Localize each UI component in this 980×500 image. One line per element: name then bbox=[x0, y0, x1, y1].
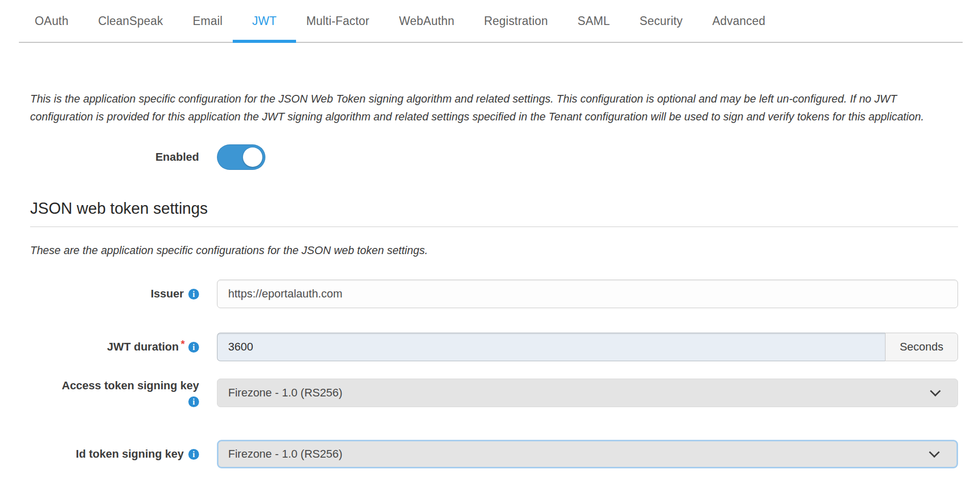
tab-email[interactable]: Email bbox=[193, 0, 223, 42]
info-icon[interactable]: i bbox=[188, 449, 199, 460]
jwt-duration-input-group: Seconds bbox=[217, 333, 958, 361]
issuer-label-cell: Issuer i bbox=[30, 287, 199, 301]
jwt-duration-row: JWT duration * i Seconds bbox=[30, 333, 958, 361]
access-token-key-row: Access token signing key i Firezone - 1.… bbox=[30, 379, 958, 407]
tab-registration[interactable]: Registration bbox=[484, 0, 548, 42]
chevron-down-icon bbox=[929, 447, 940, 458]
settings-tab-bar: OAuth CleanSpeak Email JWT Multi-Factor … bbox=[19, 0, 963, 43]
info-icon[interactable]: i bbox=[188, 342, 199, 353]
access-token-key-select[interactable]: Firezone - 1.0 (RS256) bbox=[217, 379, 958, 407]
id-token-key-selected-value: Firezone - 1.0 (RS256) bbox=[228, 447, 342, 461]
tab-cleanspeak[interactable]: CleanSpeak bbox=[98, 0, 163, 42]
id-token-key-label-cell: Id token signing key i bbox=[30, 447, 199, 461]
id-token-key-label: Id token signing key bbox=[76, 447, 184, 461]
issuer-label: Issuer bbox=[151, 287, 184, 301]
chevron-down-icon bbox=[930, 386, 941, 396]
id-token-key-control-cell: Firezone - 1.0 (RS256) bbox=[217, 440, 958, 468]
jwt-duration-control-cell: Seconds bbox=[217, 333, 958, 361]
access-token-key-control-cell: Firezone - 1.0 (RS256) bbox=[217, 379, 958, 407]
issuer-row: Issuer i bbox=[30, 280, 958, 308]
jwt-config-description: This is the application specific configu… bbox=[30, 90, 958, 126]
enabled-row: Enabled bbox=[30, 144, 958, 170]
id-token-key-row: Id token signing key i Firezone - 1.0 (R… bbox=[30, 440, 958, 468]
id-token-key-select[interactable]: Firezone - 1.0 (RS256) bbox=[217, 440, 958, 468]
access-token-key-selected-value: Firezone - 1.0 (RS256) bbox=[228, 386, 342, 399]
tab-webauthn[interactable]: WebAuthn bbox=[399, 0, 455, 42]
enabled-label-cell: Enabled bbox=[30, 150, 199, 164]
section-divider bbox=[30, 227, 958, 227]
tab-saml[interactable]: SAML bbox=[577, 0, 609, 42]
jwt-duration-label: JWT duration bbox=[107, 340, 179, 354]
section-title: JSON web token settings bbox=[30, 199, 958, 218]
tab-multi-factor[interactable]: Multi-Factor bbox=[306, 0, 370, 42]
issuer-control-cell bbox=[217, 280, 958, 308]
required-asterisk: * bbox=[181, 338, 185, 350]
access-token-key-label: Access token signing key bbox=[62, 379, 199, 393]
info-icon[interactable]: i bbox=[188, 289, 199, 299]
info-icon[interactable]: i bbox=[188, 396, 199, 407]
enabled-label: Enabled bbox=[155, 151, 199, 163]
toggle-knob-icon bbox=[243, 147, 262, 167]
enabled-control-cell bbox=[217, 144, 958, 170]
duration-unit-addon: Seconds bbox=[885, 333, 958, 361]
tab-advanced[interactable]: Advanced bbox=[713, 0, 766, 42]
enabled-toggle[interactable] bbox=[217, 144, 265, 170]
tab-oauth[interactable]: OAuth bbox=[35, 0, 68, 42]
jwt-duration-label-cell: JWT duration * i bbox=[30, 340, 199, 354]
access-token-key-label-cell: Access token signing key i bbox=[30, 379, 199, 407]
tab-jwt[interactable]: JWT bbox=[252, 0, 277, 42]
section-description: These are the application specific confi… bbox=[30, 244, 958, 257]
tab-security[interactable]: Security bbox=[640, 0, 683, 42]
jwt-duration-input[interactable] bbox=[217, 333, 885, 361]
jwt-settings-panel: This is the application specific configu… bbox=[0, 90, 980, 468]
issuer-input[interactable] bbox=[217, 280, 958, 308]
